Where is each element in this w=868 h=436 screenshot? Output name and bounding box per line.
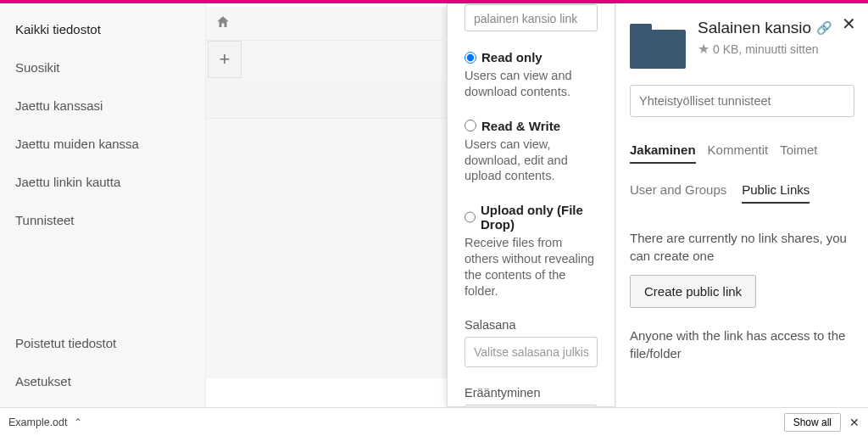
- folder-icon: [630, 19, 686, 70]
- radio-read-write[interactable]: [465, 120, 476, 131]
- expiration-label: Erääntyminen: [465, 386, 598, 400]
- details-tabs: Jakaminen Kommentit Toimet: [630, 143, 854, 164]
- show-all-button[interactable]: Show all: [784, 413, 841, 432]
- no-link-shares-message: There are currently no link shares, you …: [630, 229, 854, 265]
- folder-title: Salainen kansio: [698, 19, 811, 37]
- sidebar-item-trash[interactable]: Poistetut tiedostot: [0, 324, 205, 362]
- sidebar-item-favorites[interactable]: Suosikit: [0, 48, 205, 87]
- radio-read-only[interactable]: [465, 52, 476, 64]
- public-link-note: Anyone with the link has access to the f…: [630, 327, 854, 362]
- sidebar: Kaikki tiedostot Suosikit Jaettu kanssas…: [0, 3, 206, 407]
- sidebar-item-settings[interactable]: Asetukset: [0, 362, 205, 400]
- details-sidebar: ✕ Salainen kansio 🔗 ★ 0 KB, minuutti sit…: [615, 3, 868, 407]
- sidebar-item-tags[interactable]: Tunnisteet: [0, 201, 205, 239]
- radio-upload-only-desc: Receive files from others without reveal…: [465, 235, 598, 299]
- main-area: + palainen kansio link Read only Users c…: [206, 3, 868, 407]
- sidebar-item-shared-by-link[interactable]: Jaettu linkin kautta: [0, 163, 205, 201]
- radio-read-write-desc: Users can view, download, edit and uploa…: [465, 137, 598, 185]
- tab-activity[interactable]: Toimet: [780, 143, 817, 164]
- footer-close-icon[interactable]: ✕: [849, 416, 860, 429]
- download-footer: Example.odt ⌃ Show all ✕: [0, 407, 868, 436]
- sidebar-item-shared-with-you[interactable]: Jaettu kanssasi: [0, 87, 205, 125]
- radio-read-only-desc: Users can view and download contents.: [465, 68, 598, 100]
- radio-read-only-label: Read only: [481, 50, 542, 64]
- password-input[interactable]: [465, 337, 598, 367]
- sidebar-item-shared-with-others[interactable]: Jaettu muiden kanssa: [0, 125, 205, 163]
- chevron-up-icon[interactable]: ⌃: [74, 416, 82, 428]
- radio-upload-only-label: Upload only (File Drop): [481, 203, 598, 232]
- footer-file-name[interactable]: Example.odt: [8, 416, 67, 428]
- star-icon[interactable]: ★: [698, 41, 709, 57]
- collaborative-tags-input[interactable]: [630, 85, 854, 117]
- tab-comments[interactable]: Kommentit: [708, 143, 769, 164]
- folder-meta: 0 KB, minuutti sitten: [713, 42, 819, 56]
- home-icon[interactable]: [206, 3, 240, 41]
- radio-upload-only[interactable]: [465, 211, 476, 223]
- link-name-input[interactable]: palainen kansio link: [465, 4, 598, 31]
- file-toolbar: +: [206, 3, 443, 78]
- subtab-users-groups[interactable]: User and Groups: [630, 182, 726, 204]
- create-public-link-button[interactable]: Create public link: [630, 275, 756, 308]
- sharing-subtabs: User and Groups Public Links: [630, 182, 854, 204]
- link-icon[interactable]: 🔗: [816, 20, 832, 36]
- subtab-public-links[interactable]: Public Links: [742, 182, 810, 204]
- tab-sharing[interactable]: Jakaminen: [630, 143, 696, 164]
- add-button[interactable]: +: [208, 41, 242, 78]
- close-icon[interactable]: ✕: [842, 14, 856, 34]
- public-link-modal: palainen kansio link Read only Users can…: [447, 3, 615, 407]
- password-label: Salasana: [465, 318, 598, 332]
- radio-read-write-label: Read & Write: [481, 119, 560, 133]
- sidebar-item-all-files[interactable]: Kaikki tiedostot: [0, 10, 205, 48]
